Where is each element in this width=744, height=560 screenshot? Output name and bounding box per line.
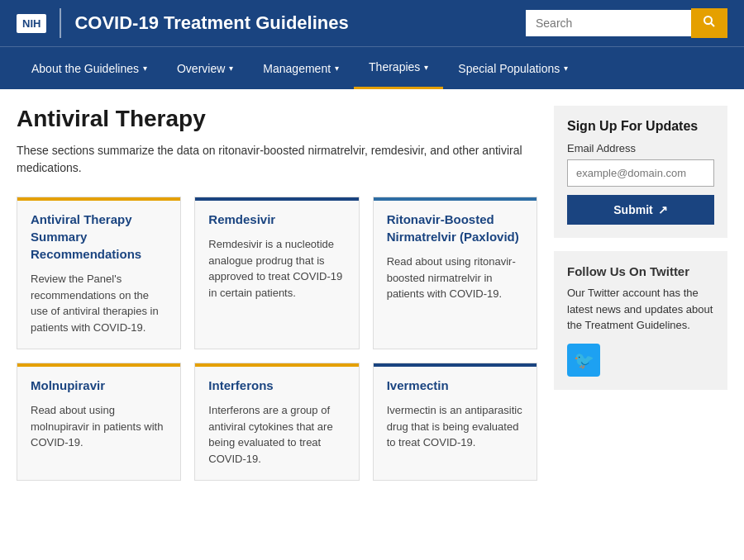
chevron-down-icon: ▾ xyxy=(335,64,339,73)
nav-item-about[interactable]: About the Guidelines ▾ xyxy=(17,49,162,88)
main-container: Antiviral Therapy These sections summari… xyxy=(0,89,744,497)
card-title: Ivermectin xyxy=(387,377,523,394)
card-text: Ivermectin is an antiparasitic drug that… xyxy=(387,402,523,451)
card-molnupiravir[interactable]: Molnupiravir Read about using molnupirav… xyxy=(17,363,181,481)
card-interferons[interactable]: Interferons Interferons are a group of a… xyxy=(194,363,359,481)
search-icon xyxy=(703,15,716,28)
twitter-icon: 🐦 xyxy=(574,350,594,370)
twitter-description: Our Twitter account has the latest news … xyxy=(567,285,714,334)
header-divider xyxy=(60,8,61,38)
svg-line-1 xyxy=(711,23,714,26)
card-antiviral-summary[interactable]: Antiviral Therapy Summary Recommendation… xyxy=(17,197,181,349)
card-paxlovid[interactable]: Ritonavir-Boosted Nirmatrelvir (Paxlovid… xyxy=(373,197,537,349)
card-title: Remdesivir xyxy=(208,211,345,228)
search-button[interactable] xyxy=(691,8,727,38)
card-text: Review the Panel's recommendations on th… xyxy=(31,271,167,335)
card-title: Molnupiravir xyxy=(31,377,167,394)
content-area: Antiviral Therapy These sections summari… xyxy=(17,106,537,481)
cards-grid: Antiviral Therapy Summary Recommendation… xyxy=(17,197,537,481)
card-ivermectin[interactable]: Ivermectin Ivermectin is an antiparasiti… xyxy=(373,363,537,481)
search-area xyxy=(526,8,727,38)
nih-logo: NIH xyxy=(17,14,46,33)
nih-label: NIH xyxy=(22,17,41,30)
nav-item-therapies[interactable]: Therapies ▾ xyxy=(354,47,443,89)
page-description: These sections summarize the data on rit… xyxy=(17,142,537,177)
site-title: COVID-19 Treatment Guidelines xyxy=(74,12,348,34)
email-label: Email Address xyxy=(567,142,714,154)
card-remdesivir[interactable]: Remdesivir Remdesivir is a nucleotide an… xyxy=(194,197,359,349)
card-title: Interferons xyxy=(208,377,345,394)
twitter-box: Follow Us On Twitter Our Twitter account… xyxy=(554,251,727,390)
submit-button[interactable]: Submit ↗ xyxy=(567,195,714,225)
card-title: Ritonavir-Boosted Nirmatrelvir (Paxlovid… xyxy=(387,211,523,245)
page-title: Antiviral Therapy xyxy=(17,106,537,132)
card-text: Read about using ritonavir-boosted nirma… xyxy=(387,254,523,302)
svg-point-0 xyxy=(704,17,712,24)
nav-item-management[interactable]: Management ▾ xyxy=(248,49,354,88)
card-title: Antiviral Therapy Summary Recommendation… xyxy=(31,211,167,263)
card-text: Read about using molnupiravir in patient… xyxy=(31,402,167,451)
nav-item-overview[interactable]: Overview ▾ xyxy=(162,49,248,88)
chevron-down-icon: ▾ xyxy=(424,63,428,72)
search-input[interactable] xyxy=(526,10,691,36)
email-field[interactable] xyxy=(567,159,714,187)
external-link-icon: ↗ xyxy=(658,203,668,216)
signup-box: Sign Up For Updates Email Address Submit… xyxy=(554,106,727,238)
signup-title: Sign Up For Updates xyxy=(567,119,714,134)
chevron-down-icon: ▾ xyxy=(143,64,147,73)
header-left: NIH COVID-19 Treatment Guidelines xyxy=(17,8,349,38)
twitter-title: Follow Us On Twitter xyxy=(567,264,714,278)
nav-item-special-populations[interactable]: Special Populations ▾ xyxy=(443,49,583,88)
card-text: Remdesivir is a nucleotide analogue prod… xyxy=(208,236,345,301)
site-header: NIH COVID-19 Treatment Guidelines xyxy=(0,0,744,46)
card-text: Interferons are a group of antiviral cyt… xyxy=(208,402,345,467)
twitter-link[interactable]: 🐦 xyxy=(567,344,600,377)
chevron-down-icon: ▾ xyxy=(229,64,233,73)
main-nav: About the Guidelines ▾ Overview ▾ Manage… xyxy=(0,46,744,89)
chevron-down-icon: ▾ xyxy=(564,64,568,73)
sidebar: Sign Up For Updates Email Address Submit… xyxy=(554,106,727,481)
